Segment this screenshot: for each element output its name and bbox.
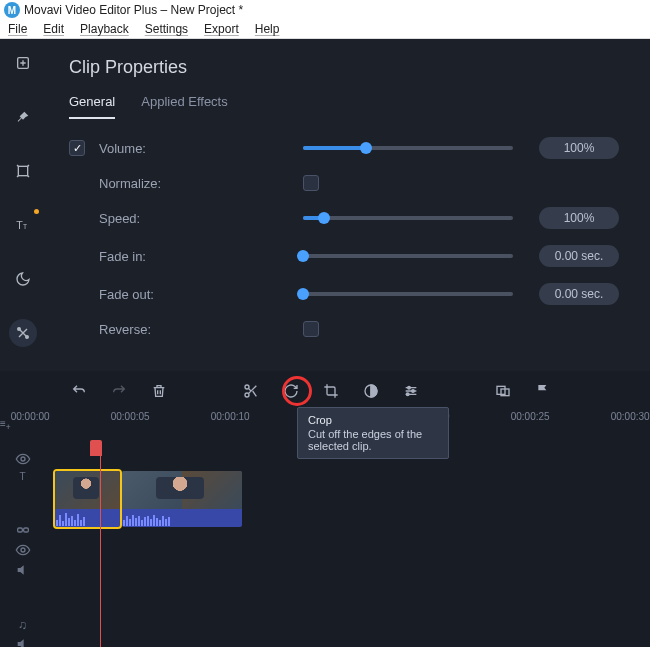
sliders-icon [403, 383, 419, 399]
playhead-line [100, 441, 101, 647]
redo-icon [111, 383, 127, 399]
svg-text:T: T [23, 223, 27, 230]
svg-point-14 [21, 457, 25, 461]
sidebar-pin-button[interactable] [9, 103, 37, 131]
speaker-icon [15, 636, 31, 647]
delete-button[interactable] [150, 382, 168, 400]
sidebar-stickers-button[interactable] [9, 265, 37, 293]
window-title: Movavi Video Editor Plus – New Project * [24, 3, 243, 17]
undo-icon [71, 383, 87, 399]
speed-slider[interactable] [303, 216, 513, 220]
sidebar-frame-button[interactable] [9, 157, 37, 185]
speaker-icon [15, 562, 31, 578]
fadein-slider[interactable] [303, 254, 513, 258]
svg-rect-16 [23, 528, 28, 532]
speed-value: 100% [539, 207, 619, 229]
fadeout-label: Fade out: [99, 287, 179, 302]
playhead-handle[interactable] [90, 440, 102, 456]
title-track-header[interactable]: T [15, 451, 31, 482]
video-clip-2[interactable] [122, 471, 242, 527]
eye-icon [15, 451, 31, 467]
crop-icon [323, 383, 339, 399]
scissors-icon [243, 383, 259, 399]
video-track-header[interactable] [15, 522, 31, 578]
marker-button[interactable] [534, 382, 552, 400]
normalize-label: Normalize: [99, 176, 179, 191]
svg-text:T: T [16, 219, 23, 231]
svg-point-11 [406, 393, 409, 396]
notification-dot-icon [34, 209, 39, 214]
fadein-label: Fade in: [99, 249, 179, 264]
menu-file[interactable]: File [8, 22, 27, 36]
svg-point-10 [412, 390, 415, 393]
menu-settings[interactable]: Settings [145, 22, 188, 36]
overlay-icon [495, 383, 511, 399]
fadeout-value: 0.00 sec. [539, 283, 619, 305]
app-logo-icon: M [4, 2, 20, 18]
undo-button[interactable] [70, 382, 88, 400]
svg-point-4 [17, 328, 20, 331]
volume-slider[interactable] [303, 146, 513, 150]
menu-export[interactable]: Export [204, 22, 239, 36]
svg-point-6 [245, 385, 249, 389]
audio-track-header[interactable]: ♫ [15, 618, 31, 647]
trash-icon [151, 383, 167, 399]
crop-button[interactable] [322, 382, 340, 400]
svg-point-17 [21, 548, 25, 552]
filters-button[interactable] [402, 382, 420, 400]
menu-playback[interactable]: Playback [80, 22, 129, 36]
reverse-checkbox[interactable] [303, 321, 319, 337]
menu-edit[interactable]: Edit [43, 22, 64, 36]
rotate-icon [283, 383, 299, 399]
rotate-button[interactable] [282, 382, 300, 400]
sidebar-add-button[interactable] [9, 49, 37, 77]
moon-icon [15, 271, 31, 287]
tab-general[interactable]: General [69, 94, 115, 119]
svg-point-9 [408, 386, 411, 389]
redo-button[interactable] [110, 382, 128, 400]
svg-rect-1 [18, 166, 27, 175]
sidebar-text-button[interactable]: TT [9, 211, 37, 239]
cut-button[interactable] [242, 382, 260, 400]
link-icon [15, 522, 31, 538]
svg-point-5 [25, 336, 28, 339]
timeline-settings-icon[interactable]: ≡+ [0, 418, 11, 432]
overlay-button[interactable] [494, 382, 512, 400]
tab-applied-effects[interactable]: Applied Effects [141, 94, 227, 119]
contrast-icon [363, 383, 379, 399]
crop-tooltip: Crop Cut off the edges of the selected c… [297, 407, 449, 459]
svg-point-7 [245, 393, 249, 397]
plus-box-icon [15, 55, 31, 71]
menu-help[interactable]: Help [255, 22, 280, 36]
eye-icon [15, 542, 31, 558]
sidebar-tools-button[interactable] [9, 319, 37, 347]
frame-icon [15, 163, 31, 179]
volume-checkbox[interactable] [69, 140, 85, 156]
text-icon: TT [15, 217, 31, 233]
tools-icon [15, 325, 31, 341]
panel-title: Clip Properties [69, 57, 626, 78]
pin-icon [15, 109, 31, 125]
svg-rect-15 [17, 528, 22, 532]
speed-label: Speed: [99, 211, 179, 226]
volume-value: 100% [539, 137, 619, 159]
fadein-value: 0.00 sec. [539, 245, 619, 267]
color-adjust-button[interactable] [362, 382, 380, 400]
reverse-label: Reverse: [99, 322, 179, 337]
normalize-checkbox[interactable] [303, 175, 319, 191]
fadeout-slider[interactable] [303, 292, 513, 296]
volume-label: Volume: [99, 141, 179, 156]
video-clip-1[interactable] [55, 471, 120, 527]
flag-icon [535, 383, 551, 399]
